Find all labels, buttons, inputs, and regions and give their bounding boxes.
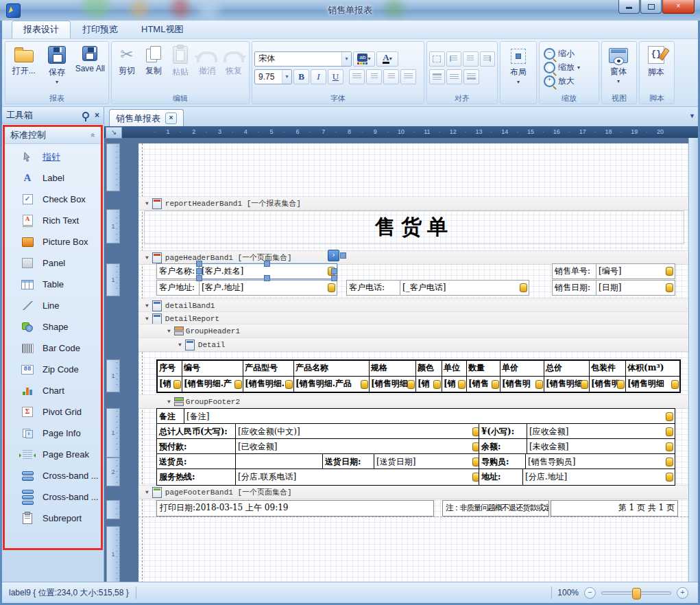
customer-phone-field[interactable]: [_客户电话] [400,280,529,296]
customer-addr-field[interactable]: [客户.地址] [199,280,337,296]
print-date-label[interactable]: 打印日期:2018-03-15 上午 09:19 [156,500,434,517]
collapse-chevron-icon[interactable]: « [89,133,97,137]
table-header-cell[interactable]: 产品型号 [243,361,293,376]
fit-bounds-button[interactable] [429,51,445,67]
align-middles-button[interactable] [446,69,462,84]
selection-handle[interactable] [196,268,202,274]
form-view-button[interactable]: 窗体▾ [604,43,633,92]
toolbox-item-crossband-box[interactable]: Cross-band ... [5,486,101,508]
table-header-cell[interactable]: 包装件 [590,361,625,376]
table-data-cell[interactable]: [销 [158,377,182,392]
toolbox-item-table[interactable]: Table [5,274,101,295]
order-no-label[interactable]: 销售单号: [552,263,599,279]
toolbox-item-line[interactable]: Line [5,295,101,316]
zoom-menu-button[interactable]: 缩放▾ [542,61,596,74]
document-tab[interactable]: 销售单报表× [109,109,184,127]
band-collapse-icon[interactable]: ▼ [145,316,149,322]
band-collapse-icon[interactable]: ▼ [167,328,171,334]
band-group-footer[interactable]: ▼GroupFooter2 [138,394,689,409]
toolbox-item-pivotgrid[interactable]: ΣPivot Grid [5,401,101,423]
customer-name-label[interactable]: 客户名称: [156,263,202,279]
layout-button[interactable]: 布局▾ [503,43,534,92]
table-data-cell[interactable]: [销售明细 [626,377,679,392]
align-center-button[interactable] [366,69,382,84]
tab-html-view[interactable]: HTML视图 [130,21,195,38]
band-collapse-icon[interactable]: ▼ [145,200,149,206]
table-header-cell[interactable]: 序号 [158,361,182,376]
design-canvas[interactable]: 1 1 1 1 2 1 ▼reportHeaderBand1 [一个报表集合] … [104,138,698,582]
toolbox-item-richtext[interactable]: ARich Text [5,210,101,231]
band-collapse-icon[interactable]: ▼ [145,254,149,261]
selection-handle[interactable] [331,275,337,281]
selection-handle[interactable] [340,252,346,259]
toolbox-item-subreport[interactable]: Subreport [5,508,101,529]
zoom-out-slider-button[interactable]: − [584,587,596,599]
paste-button[interactable]: 粘贴 [167,43,193,92]
detail-table[interactable]: 序号 编号 产品型号 产品名称 规格 颜色 单位 数量 单价 总价 包装件 体积… [156,359,681,393]
table-header-cell[interactable]: 编号 [182,361,243,376]
band-page-footer[interactable]: ▼pageFooterBand1 [一个页面集合] [138,485,689,499]
band-detail[interactable]: ▼Detail [138,337,689,352]
table-data-cell[interactable]: [销 [416,377,442,392]
align-left-button[interactable] [349,69,365,84]
hotline-label[interactable]: 服务热线: [156,468,239,486]
tab-list-dropdown-icon[interactable]: ▼ [689,112,695,119]
hotline-field[interactable]: [分店.联系电话] [235,468,482,486]
address-label[interactable]: 地址: [479,468,526,486]
band-collapse-icon[interactable]: ▼ [145,489,149,495]
table-data-cell[interactable]: [销 [442,377,466,392]
titlebar[interactable]: 销售单报表 × [0,0,700,21]
table-header-cell[interactable]: 总价 [544,361,589,376]
toolbox-item-barcode[interactable]: Bar Code [5,337,101,359]
band-collapse-icon[interactable]: ▼ [178,342,182,348]
align-right-button[interactable] [383,69,399,84]
selection-handle[interactable] [264,275,270,281]
toolbox-item-chart[interactable]: Chart [5,380,101,401]
font-name-combo[interactable]: 宋体▾ [254,51,352,67]
page-number-label[interactable]: 第 1 页 共 1 页 [551,500,678,517]
table-header-cell[interactable]: 单位 [442,361,466,376]
toolbox-item-pointer[interactable]: 指针 [5,146,101,167]
tab-report-design[interactable]: 报表设计 [12,21,71,38]
cut-button[interactable]: ✂剪切 [114,43,140,92]
toolbox-item-crossband-line[interactable]: Cross-band ... [5,465,101,486]
vertical-scrollbar[interactable] [688,138,698,582]
table-data-cell[interactable]: [销售明细 [544,377,589,392]
copy-button[interactable]: 复制 [141,43,167,92]
table-header-cell[interactable]: 产品名称 [294,361,369,376]
script-button[interactable]: {}脚本 [642,43,671,92]
band-collapse-icon[interactable]: ▼ [167,399,171,405]
toolbox-section-header[interactable]: 标准控制 « [5,127,101,144]
toolbox-item-checkbox[interactable]: ✓Check Box [5,189,101,210]
table-data-cell[interactable]: [销售明细.产 [182,377,243,392]
toolbox-item-zipcode[interactable]: 88Zip Code [5,359,101,380]
align-lefts-button[interactable] [446,51,462,67]
align-rights-button[interactable] [480,51,496,67]
report-page[interactable]: ▼reportHeaderBand1 [一个报表集合] ▼pageHeaderB… [138,143,689,582]
band-report-header[interactable]: ▼reportHeaderBand1 [一个报表集合] [138,196,689,211]
table-data-cell[interactable]: [销售明细.产品 [294,377,369,392]
redo-button[interactable]: 恢复 [221,43,247,92]
undo-button[interactable]: 撤消 [194,43,220,92]
customer-addr-label[interactable]: 客户地址: [156,280,202,296]
align-justify-button[interactable] [400,69,416,84]
save-button[interactable]: 保存▾ [40,43,73,92]
zoom-in-slider-button[interactable]: + [677,587,688,599]
band-group-header[interactable]: ▼GroupHeader1 [138,324,689,338]
toolbox-item-pagebreak[interactable]: Page Break [5,444,101,465]
align-tops-button[interactable] [429,69,445,84]
address-field[interactable]: [分店.地址] [522,468,675,486]
close-button[interactable]: × [662,0,695,14]
underline-button[interactable]: U [328,69,343,84]
chevron-down-icon[interactable]: ▾ [282,70,291,84]
band-collapse-icon[interactable]: ▼ [145,302,149,309]
zoom-slider-track[interactable] [601,591,671,595]
zoom-out-button[interactable]: −缩小 [542,47,596,60]
table-data-cell[interactable]: [销售 [467,377,500,392]
align-centers-button[interactable] [463,51,479,67]
align-bottoms-button[interactable] [463,69,479,84]
table-data-cell[interactable]: [销售明细. [243,377,293,392]
table-data-cell[interactable]: [销售明细 [370,377,415,392]
open-button[interactable]: 打开... [8,43,40,92]
highlight-color-button[interactable]: ab▾ [353,51,375,67]
